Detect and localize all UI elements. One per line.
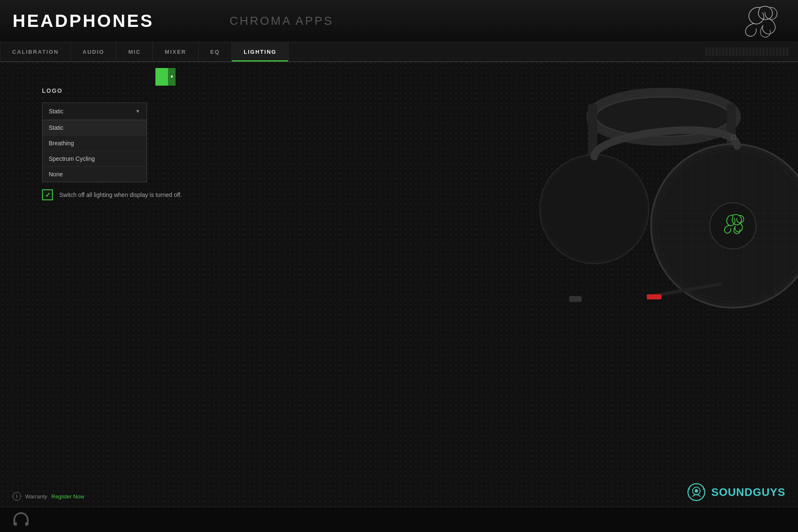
nav-decor [706, 47, 798, 56]
logo-section-label: LOGO [42, 87, 294, 94]
warranty-section: i Warranty Register Now [13, 492, 84, 501]
svg-point-24 [710, 203, 756, 249]
lighting-mode-dropdown[interactable]: Static ▼ [42, 102, 147, 120]
main-content: LOGO Static ▼ Static Breathing [0, 62, 798, 469]
svg-rect-28 [569, 296, 582, 302]
svg-rect-27 [647, 294, 662, 299]
dropdown-arrow-icon: ▼ [135, 108, 140, 114]
lighting-display-off-checkbox[interactable]: ✓ [42, 189, 53, 200]
warranty-label: Warranty [25, 493, 47, 500]
soundguys-logo: SOUNDGUYS [686, 482, 785, 503]
register-now-link[interactable]: Register Now [51, 493, 84, 500]
lighting-checkbox-row: ✓ Switch off all lighting when display i… [42, 189, 294, 200]
right-panel: Ω [294, 79, 798, 469]
tab-mic[interactable]: MIC [116, 42, 153, 61]
tab-mixer[interactable]: MIXER [153, 42, 198, 61]
dropdown-option-none[interactable]: None [42, 167, 147, 182]
svg-point-34 [695, 489, 698, 493]
headphone-image: Ω [504, 62, 798, 356]
taskbar-headphone-icon[interactable] [8, 509, 34, 530]
lighting-mode-container: Static ▼ Static Breathing Spectrum Cycli… [42, 102, 294, 120]
tab-calibration[interactable]: CALIBRATION [0, 42, 71, 61]
app-title: HEADPHONES [13, 11, 154, 31]
svg-text:Ω: Ω [731, 133, 737, 142]
soundguys-mascot-icon [686, 482, 707, 503]
left-panel: LOGO Static ▼ Static Breathing [42, 79, 294, 469]
tab-lighting[interactable]: LIGHTING [232, 42, 289, 61]
headphone-small-icon [10, 511, 32, 529]
dropdown-selected-value: Static [49, 108, 63, 115]
color-picker-button[interactable]: ▼ [155, 68, 176, 86]
chroma-apps-label: CHROMA APPS [229, 14, 333, 28]
header: HEADPHONES CHROMA APPS [0, 0, 798, 42]
nav-tabs: CALIBRATION AUDIO MIC MIXER EQ LIGHTING [0, 42, 798, 62]
dropdown-list: Static Breathing Spectrum Cycling None [42, 120, 147, 182]
checkbox-check-icon: ✓ [45, 191, 50, 199]
warranty-info-icon: i [13, 492, 21, 501]
color-picker-arrow-icon: ▼ [168, 68, 176, 86]
dropdown-option-breathing[interactable]: Breathing [42, 136, 147, 151]
taskbar: SOUNDGUYS [0, 507, 798, 532]
razer-logo [739, 4, 781, 38]
tab-audio[interactable]: AUDIO [71, 42, 117, 61]
warranty-bar: i Warranty Register Now [0, 486, 798, 507]
soundguys-brand-text: SOUNDGUYS [711, 486, 785, 499]
nav-decor-bar [706, 47, 790, 56]
dropdown-option-static[interactable]: Static [42, 120, 147, 136]
svg-point-30 [543, 158, 646, 260]
dropdown-wrapper: Static ▼ Static Breathing Spectrum Cycli… [42, 102, 147, 120]
checkbox-label-text: Switch off all lighting when display is … [59, 191, 182, 198]
tab-eq[interactable]: EQ [199, 42, 232, 61]
dropdown-option-spectrum[interactable]: Spectrum Cycling [42, 151, 147, 167]
